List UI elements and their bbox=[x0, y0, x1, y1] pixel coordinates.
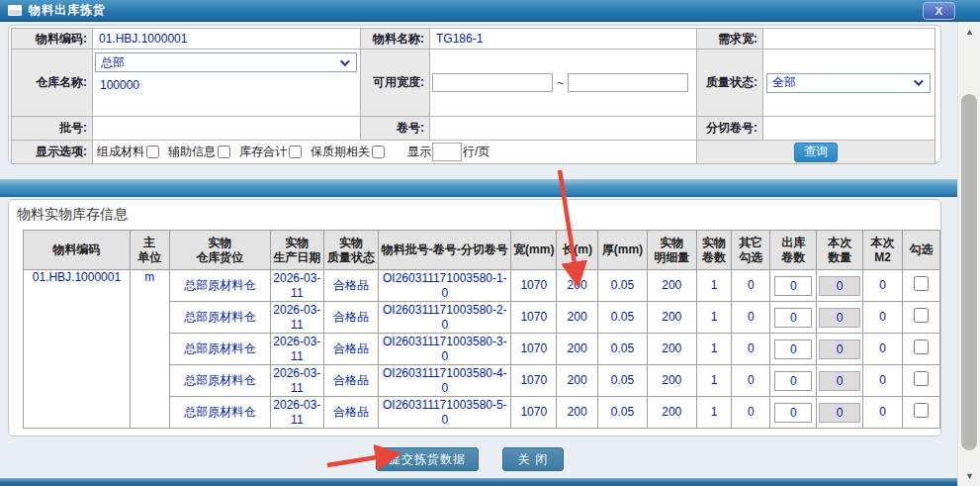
material-code-label: 物料编码: bbox=[12, 29, 93, 49]
row-select-checkbox[interactable] bbox=[914, 371, 929, 386]
display-option-checkbox[interactable] bbox=[289, 146, 302, 158]
material-name-label: 物料名称: bbox=[361, 29, 430, 49]
available-width-from-input[interactable] bbox=[432, 73, 553, 92]
warehouse-cell: 总部原材料仓 bbox=[169, 334, 270, 365]
row-select-checkbox[interactable] bbox=[914, 276, 929, 291]
row-select-checkbox[interactable] bbox=[914, 340, 929, 354]
this-qty-input bbox=[819, 371, 860, 391]
required-width-label: 需求宽: bbox=[697, 29, 763, 49]
warehouse-cell: 总部 100000 bbox=[93, 49, 361, 117]
batch-roll-cell: OI260311171003580-1-0 bbox=[379, 270, 511, 302]
detail-qty-cell: 200 bbox=[647, 365, 696, 397]
this-qty-cell bbox=[817, 334, 863, 365]
thickness-cell: 0.05 bbox=[598, 302, 648, 334]
this-m2-cell: 0 bbox=[863, 397, 903, 429]
display-option-checkbox[interactable] bbox=[146, 146, 159, 158]
out-rolls-input[interactable] bbox=[774, 403, 812, 423]
other-check-cell: 0 bbox=[732, 302, 770, 334]
roll-count-cell: 1 bbox=[696, 302, 732, 334]
close-icon[interactable]: X bbox=[923, 2, 955, 20]
width-cell: 1070 bbox=[511, 334, 557, 365]
batch-roll-cell: OI260311171003580-2-0 bbox=[379, 302, 511, 334]
out-rolls-input[interactable] bbox=[774, 308, 812, 328]
query-button[interactable]: 查询 bbox=[794, 143, 838, 162]
display-option: 库存合计 bbox=[239, 144, 302, 160]
roll-count-cell: 1 bbox=[696, 397, 732, 429]
slit-roll-label: 分切卷号: bbox=[697, 117, 763, 141]
filter-panel: 物料编码: 01.HBJ.1000001 物料名称: TG186-1 需求宽: … bbox=[8, 25, 941, 163]
scrollbar-thumb[interactable] bbox=[961, 94, 977, 450]
rows-per-page-suffix: 行/页 bbox=[463, 144, 490, 160]
this-qty-cell bbox=[817, 302, 863, 334]
column-header: 出库 卷数 bbox=[770, 231, 817, 270]
out-rolls-input[interactable] bbox=[774, 276, 812, 296]
title-bar: 物料出库拣货 X bbox=[0, 0, 980, 22]
row-select-cell bbox=[903, 397, 940, 429]
length-cell: 200 bbox=[557, 334, 598, 365]
warehouse-dropdown[interactable]: 总部 bbox=[95, 52, 357, 72]
length-cell: 200 bbox=[557, 270, 598, 302]
length-cell: 200 bbox=[557, 365, 598, 397]
roll-count-cell: 1 bbox=[696, 270, 732, 302]
out-rolls-input[interactable] bbox=[774, 371, 812, 391]
display-option-label: 组成材料 bbox=[97, 144, 144, 160]
submit-picking-button[interactable]: 提交拣货数据 bbox=[376, 447, 479, 471]
quality-cell: 合格品 bbox=[323, 334, 379, 365]
quality-cell: 合格品 bbox=[323, 397, 379, 429]
display-option-checkbox[interactable] bbox=[218, 146, 230, 158]
rows-per-page-input[interactable] bbox=[432, 143, 462, 161]
this-m2-cell: 0 bbox=[863, 302, 903, 334]
vertical-scrollbar[interactable]: ▲ ▼ bbox=[957, 22, 980, 486]
scroll-up-icon[interactable]: ▲ bbox=[958, 24, 980, 40]
unit-cell: m bbox=[130, 270, 169, 429]
out-rolls-cell bbox=[770, 397, 817, 429]
available-width-to-input[interactable] bbox=[568, 73, 688, 92]
width-cell: 1070 bbox=[511, 270, 557, 302]
roll-label: 卷号: bbox=[361, 117, 430, 141]
range-separator: ~ bbox=[557, 76, 564, 90]
warehouse-cell: 总部原材料仓 bbox=[169, 365, 270, 397]
inventory-table-body: 01.HBJ.1000001m总部原材料仓2026-03-11合格品OI2603… bbox=[24, 270, 940, 429]
out-rolls-input[interactable] bbox=[774, 340, 812, 359]
close-button[interactable]: 关 闭 bbox=[502, 447, 564, 471]
this-m2-cell: 0 bbox=[863, 334, 903, 365]
section-divider-bar bbox=[0, 179, 957, 197]
query-button-cell: 查询 bbox=[697, 141, 935, 164]
inventory-row: 01.HBJ.1000001m总部原材料仓2026-03-11合格品OI2603… bbox=[24, 270, 940, 302]
scroll-down-icon[interactable]: ▼ bbox=[958, 468, 980, 484]
batch-value bbox=[93, 117, 361, 141]
other-check-cell: 0 bbox=[732, 365, 770, 397]
display-option-checkbox[interactable] bbox=[372, 146, 385, 158]
quality-status-label: 质量状态: bbox=[697, 49, 763, 117]
detail-qty-cell: 200 bbox=[647, 334, 696, 365]
display-option-label: 保质期相关 bbox=[311, 144, 370, 160]
row-select-checkbox[interactable] bbox=[914, 308, 929, 323]
warehouse-cell: 总部原材料仓 bbox=[169, 397, 270, 429]
filter-form: 物料编码: 01.HBJ.1000001 物料名称: TG186-1 需求宽: … bbox=[11, 28, 935, 164]
row-select-cell bbox=[903, 334, 940, 365]
width-cell: 1070 bbox=[511, 302, 557, 334]
thickness-cell: 0.05 bbox=[598, 270, 648, 302]
material-name-value: TG186-1 bbox=[430, 29, 697, 49]
row-select-checkbox[interactable] bbox=[914, 403, 929, 418]
quality-status-dropdown[interactable]: 全部 bbox=[766, 73, 931, 93]
column-header: 实物 生产日期 bbox=[270, 231, 323, 270]
column-header: 长(m) bbox=[557, 231, 598, 270]
this-m2-cell: 0 bbox=[863, 365, 903, 397]
warehouse-cell: 总部原材料仓 bbox=[169, 302, 270, 334]
display-options-group: 组成材料辅助信息库存合计保质期相关 bbox=[97, 144, 394, 160]
warehouse-cell: 总部原材料仓 bbox=[169, 270, 270, 302]
batch-roll-cell: OI260311171003580-5-0 bbox=[379, 397, 511, 429]
column-header: 本次 数量 bbox=[817, 231, 863, 270]
display-option: 辅助信息 bbox=[168, 144, 230, 160]
this-qty-input bbox=[819, 308, 860, 328]
batch-roll-cell: OI260311171003580-4-0 bbox=[379, 365, 511, 397]
thickness-cell: 0.05 bbox=[598, 334, 648, 365]
detail-qty-cell: 200 bbox=[647, 397, 696, 429]
row-select-cell bbox=[903, 270, 940, 302]
out-rolls-cell bbox=[770, 334, 817, 365]
this-m2-cell: 0 bbox=[863, 270, 903, 302]
inventory-panel: 物料实物库存信息 物料编码主 单位实物 仓库货位实物 生产日期实物 质量状态物料… bbox=[8, 199, 941, 437]
quality-cell: 合格品 bbox=[323, 302, 379, 334]
column-header: 其它 勾选 bbox=[732, 231, 770, 270]
